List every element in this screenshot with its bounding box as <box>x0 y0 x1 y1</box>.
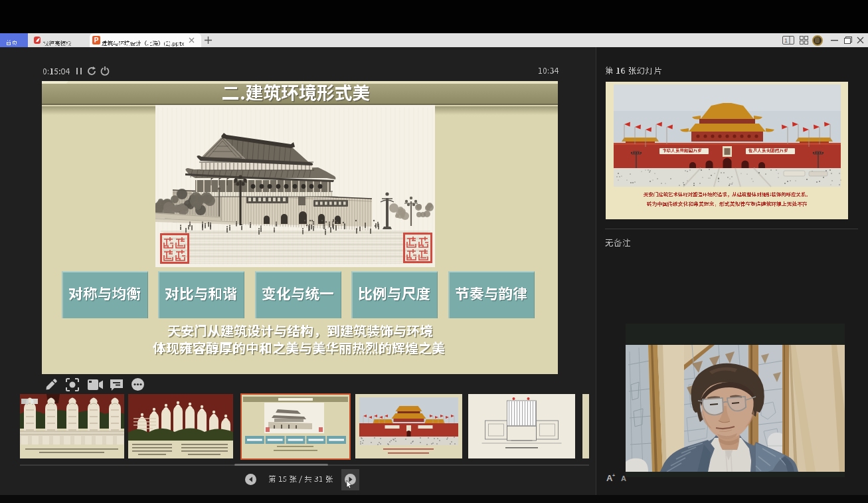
svg-text:A: A <box>621 474 626 482</box>
svg-text:P: P <box>94 37 99 44</box>
svg-text:1: 1 <box>784 37 788 44</box>
svg-text:+: + <box>612 473 615 478</box>
